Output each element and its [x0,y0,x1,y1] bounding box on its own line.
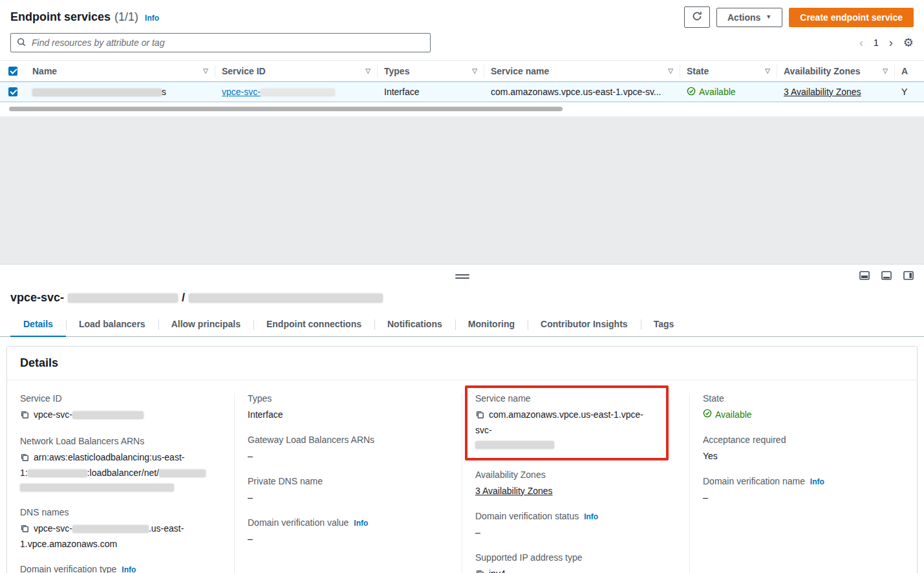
column-header-truncated[interactable]: A [895,65,924,78]
filter-icon[interactable]: ▽ [472,67,477,74]
field-label: Gateway Load Balancers ARNs [248,435,449,445]
current-page[interactable]: 1 [874,38,879,48]
filter-icon[interactable]: ▽ [765,67,770,74]
copy-icon[interactable] [475,568,484,573]
field-service-name-highlighted: Service name com.amazonaws.vpce.us-east-… [465,385,669,460]
field-types: Types Interface [248,393,449,422]
field-value: – [475,525,676,539]
field-domain-verification-value: Domain verification value Info – [248,517,449,546]
state-text: Available [715,407,752,422]
tab-monitoring[interactable]: Monitoring [455,312,528,336]
column-label: Types [384,66,409,76]
create-endpoint-service-button[interactable]: Create endpoint service [789,8,914,27]
field-private-dns-name: Private DNS name – [248,476,449,504]
panel-position-side-icon[interactable] [903,271,914,280]
search-input[interactable] [30,37,424,49]
service-id-prefix: vpce-svc- [222,87,261,97]
details-card: Details Service ID vpce-svc- Network Loa… [6,346,918,573]
row-name-cell: s [26,87,215,97]
next-page-icon[interactable]: › [889,37,893,49]
actions-button[interactable]: Actions ▼ [716,8,782,27]
column-header-availability-zones[interactable]: Availability Zones ▽ [777,65,895,78]
settings-gear-icon[interactable]: ⚙ [903,36,914,50]
field-value: – [248,449,449,463]
previous-page-icon[interactable]: ‹ [859,37,863,49]
split-panel-drag-handle[interactable] [455,274,469,279]
pagination: ‹ 1 › ⚙ [859,36,914,50]
column-header-service-id[interactable]: Service ID ▽ [215,65,378,78]
tab-endpoint-connections[interactable]: Endpoint connections [253,312,374,336]
refresh-icon [692,11,702,23]
tab-allow-principals[interactable]: Allow principals [158,312,253,336]
panel-position-bottom-icon[interactable] [859,271,870,280]
row-truncated-cell: Y [895,87,924,97]
filter-icon[interactable]: ▽ [883,67,888,74]
copy-icon[interactable] [475,409,484,423]
field-supported-ip-address-type: Supported IP address type ipv4 [475,552,676,573]
search-box[interactable] [10,33,431,52]
tab-notifications[interactable]: Notifications [374,312,455,336]
redacted-title-name [189,294,383,303]
details-column-2: Types Interface Gateway Load Balancers A… [234,393,462,573]
service-id-link[interactable]: vpce-svc- [222,87,335,97]
details-column-4: State Available Acceptance required Yes [689,393,917,573]
resource-count: (1/1) [114,10,138,24]
column-label: Availability Zones [784,66,861,76]
nlb-arn-line2-prefix: 1: [20,468,28,478]
tab-tags[interactable]: Tags [641,312,687,336]
check-circle-icon [703,407,712,422]
tab-contributor-insights[interactable]: Contributor Insights [528,312,641,336]
field-gateway-load-balancers-arns: Gateway Load Balancers ARNs – [248,435,449,463]
copy-icon[interactable] [20,409,29,423]
column-header-name[interactable]: Name ▽ [26,65,215,78]
tab-details[interactable]: Details [10,312,66,336]
name-suffix: s [162,87,166,97]
field-label: DNS names [20,507,221,517]
column-header-state[interactable]: State ▽ [680,65,777,78]
filter-icon[interactable]: ▽ [668,67,673,74]
field-value: Yes [703,449,904,463]
detail-title-prefix: vpce-svc- [10,291,64,305]
row-availability-zones-cell: 3 Availability Zones [777,87,895,97]
field-dns-names: DNS names vpce-svc-.us-east- 1.vpce.amaz… [20,507,221,551]
dns-line1-suffix: .us-east- [149,523,184,534]
field-value: – [248,532,449,546]
select-all-checkbox[interactable] [8,67,17,76]
row-select-cell [0,87,26,96]
horizontal-scrollbar[interactable] [9,107,563,111]
table-row[interactable]: s vpce-svc- Interface com.amazonaws.vpce… [0,81,924,102]
info-link[interactable]: Info [122,565,136,573]
field-domain-verification-type: Domain verification type Info – [20,564,221,573]
column-header-service-name[interactable]: Service name ▽ [484,65,680,78]
redacted-value [20,484,174,492]
caret-down-icon: ▼ [766,14,771,20]
field-domain-verification-name: Domain verification name Info – [703,476,904,504]
field-label: Domain verification value [248,517,349,528]
list-header: Endpoint services (1/1) Info Actions ▼ C… [0,0,924,32]
tab-load-balancers[interactable]: Load balancers [66,312,158,336]
redacted-title-id [68,294,178,303]
copy-icon[interactable] [20,523,29,537]
check-circle-icon [687,87,696,98]
refresh-button[interactable] [684,6,710,28]
info-link[interactable]: Info [145,14,159,23]
info-link[interactable]: Info [354,519,368,528]
status-available: Available [687,87,736,98]
panel-expand-icon[interactable] [881,271,892,280]
info-link[interactable]: Info [810,477,824,486]
column-header-types[interactable]: Types ▽ [378,65,484,78]
field-label: Domain verification type [20,564,116,573]
list-toolbar: ‹ 1 › ⚙ [0,32,924,60]
endpoint-services-list-panel: Endpoint services (1/1) Info Actions ▼ C… [0,0,924,264]
availability-zones-link[interactable]: 3 Availability Zones [475,486,553,496]
info-link[interactable]: Info [584,512,598,521]
field-value: – [248,490,449,504]
row-checkbox[interactable] [8,87,17,96]
copy-icon[interactable] [20,451,29,466]
filter-icon[interactable]: ▽ [203,67,208,74]
page-title-text: Endpoint services [10,10,111,24]
detail-tabs: Details Load balancers Allow principals … [0,312,924,337]
filter-icon[interactable]: ▽ [365,67,371,74]
panel-layout-controls [859,271,914,280]
availability-zones-link[interactable]: 3 Availability Zones [784,87,861,97]
